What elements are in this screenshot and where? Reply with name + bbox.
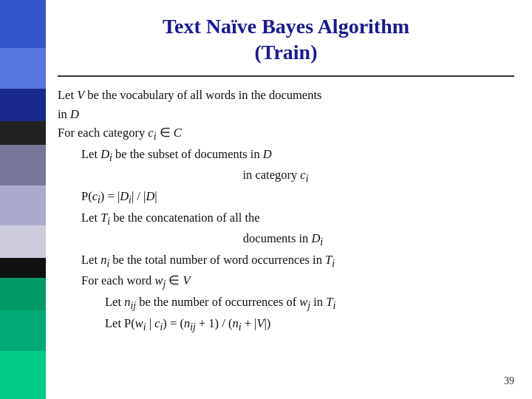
line-for-each-word: For each word wj ∈ V bbox=[81, 271, 514, 293]
line-let-ti: Let Ti be the concatenation of all the bbox=[81, 208, 514, 230]
sidebar-block-10 bbox=[0, 310, 46, 351]
sidebar bbox=[0, 0, 46, 399]
title-line2: (Train) bbox=[254, 41, 317, 64]
sidebar-block-8 bbox=[0, 258, 46, 278]
line-let-nij: Let nij be the number of occurrences of … bbox=[105, 293, 514, 314]
line-in-category: in category ci bbox=[81, 166, 470, 187]
line-let-prob-wi: Let P(wi | ci) = (nij + 1) / (ni + |V|) bbox=[105, 314, 514, 335]
sidebar-block-4 bbox=[0, 121, 46, 146]
line-docs-in-di: documents in Di bbox=[81, 229, 485, 250]
sidebar-block-1 bbox=[0, 0, 46, 48]
sidebar-block-7 bbox=[0, 225, 46, 258]
line-for-each-cat: For each category ci ∈ C bbox=[58, 123, 514, 145]
slide-title: Text Naïve Bayes Algorithm (Train) bbox=[58, 13, 514, 65]
sidebar-block-5 bbox=[0, 145, 46, 185]
sidebar-block-2 bbox=[0, 48, 46, 89]
line-in-d: in D bbox=[58, 105, 514, 124]
title-line1: Text Naïve Bayes Algorithm bbox=[163, 15, 409, 38]
indent2-block: Let nij be the number of occurrences of … bbox=[105, 293, 514, 335]
indent1-block: Let Di be the subset of documents in D i… bbox=[81, 145, 514, 335]
title-divider bbox=[58, 75, 514, 77]
sidebar-block-6 bbox=[0, 185, 46, 226]
line-let-ni: Let ni be the total number of word occur… bbox=[81, 250, 514, 272]
line-let-di: Let Di be the subset of documents in D bbox=[81, 145, 514, 166]
slide-number: 39 bbox=[58, 375, 514, 387]
content-area: Let V be the vocabulary of all words in … bbox=[58, 86, 514, 369]
sidebar-block-9 bbox=[0, 278, 46, 310]
line-vocab: Let V be the vocabulary of all words in … bbox=[58, 86, 514, 105]
sidebar-block-11 bbox=[0, 351, 46, 399]
main-content: Text Naïve Bayes Algorithm (Train) Let V… bbox=[46, 0, 532, 399]
line-prob-ci: P(ci) = |Di| / |D| bbox=[81, 187, 514, 208]
sidebar-block-3 bbox=[0, 89, 46, 121]
title-area: Text Naïve Bayes Algorithm (Train) bbox=[58, 13, 514, 65]
